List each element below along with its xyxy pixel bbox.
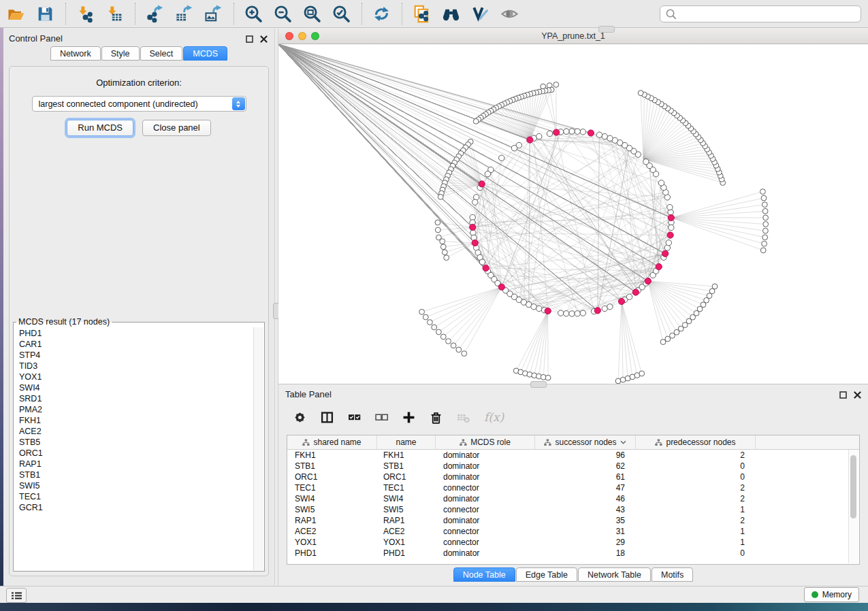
apply-layout-icon (372, 5, 391, 23)
network-canvas[interactable] (278, 44, 868, 384)
deselect-all-icon (375, 411, 388, 424)
splitter-handle[interactable] (598, 26, 615, 33)
tab-network-table[interactable]: Network Table (578, 567, 651, 582)
mcds-node-item[interactable]: PHD1 (14, 328, 253, 339)
mcds-node-item[interactable]: GCR1 (14, 502, 253, 513)
tab-mcds[interactable]: MCDS (183, 46, 227, 61)
mcds-node-item[interactable]: PMA2 (14, 404, 253, 415)
delete-table-icon (457, 411, 470, 424)
mcds-node-item[interactable]: SWI4 (14, 382, 253, 393)
graphics-details-button[interactable] (499, 3, 520, 24)
add-row-button[interactable] (402, 411, 415, 424)
mcds-node-item[interactable]: FKH1 (14, 415, 253, 426)
mcds-node-item[interactable]: CAR1 (14, 339, 253, 350)
column-header-successor-nodes[interactable]: successor nodes (535, 435, 636, 449)
tab-node-table[interactable]: Node Table (453, 567, 515, 582)
table-row[interactable]: SWI5 SWI5 connector 43 1 (287, 504, 859, 515)
mcds-node-item[interactable]: ORC1 (14, 448, 253, 459)
graphics-details-icon (500, 5, 519, 23)
column-header-MCDS-role[interactable]: MCDS role (436, 435, 535, 449)
search-input[interactable] (677, 10, 861, 19)
optimization-criterion-select[interactable]: largest connected component (undirected) (32, 96, 246, 112)
memory-button[interactable]: Memory (804, 587, 859, 602)
import-network-button[interactable] (75, 3, 96, 24)
export-table-icon (175, 5, 193, 23)
zoom-selected-icon (332, 5, 351, 23)
float-panel-icon[interactable] (839, 389, 847, 401)
main-toolbar (0, 0, 868, 28)
dominator-node (470, 224, 476, 230)
vizmapper-button[interactable] (470, 3, 491, 24)
tab-motifs[interactable]: Motifs (652, 567, 693, 582)
zoom-out-button[interactable] (272, 3, 293, 24)
scrollbar-thumb[interactable] (850, 455, 856, 518)
column-header-predecessor-nodes[interactable]: predecessor nodes (636, 435, 756, 449)
zoom-in-button[interactable] (243, 3, 264, 24)
float-panel-icon[interactable] (246, 33, 253, 46)
table-row[interactable]: SWI4 SWI4 dominator 46 2 (287, 493, 859, 504)
mcds-node-item[interactable]: ACE2 (14, 426, 253, 437)
tab-edge-table[interactable]: Edge Table (516, 567, 577, 582)
column-header-shared-name[interactable]: shared name (287, 435, 377, 449)
settings-gear-button[interactable] (293, 411, 306, 424)
task-history-button[interactable] (6, 588, 27, 603)
toolbar-separator (402, 3, 403, 24)
zoom-fit-button[interactable] (302, 3, 323, 24)
close-panel-button[interactable]: Close panel (142, 120, 211, 136)
mcds-node-item[interactable]: STP4 (14, 350, 253, 361)
network-graph[interactable] (278, 44, 868, 384)
mcds-node-item[interactable]: STB1 (14, 469, 253, 480)
tab-select[interactable]: Select (140, 46, 183, 61)
delete-row-button[interactable] (430, 411, 443, 424)
mcds-node-item[interactable]: YOX1 (14, 371, 253, 382)
table-row[interactable]: RAP1 RAP1 dominator 35 2 (287, 515, 859, 526)
mcds-node-item[interactable]: SRD1 (14, 393, 253, 404)
table-row[interactable]: ACE2 ACE2 connector 31 1 (287, 526, 859, 537)
save-session-icon (36, 5, 54, 23)
column-header-name[interactable]: name (377, 435, 436, 449)
mcds-result-list[interactable]: PHD1CAR1STP4TID3YOX1SWI4SRD1PMA2FKH1ACE2… (14, 328, 253, 570)
export-table-button[interactable] (174, 3, 195, 24)
mcds-node-item[interactable]: TID3 (14, 361, 253, 371)
show-columns-button[interactable] (321, 411, 334, 424)
table-scrollbar[interactable] (848, 450, 858, 563)
minimize-window-icon[interactable] (298, 32, 306, 40)
table-row[interactable]: TEC1 TEC1 connector 47 2 (287, 482, 859, 493)
clone-network-button[interactable] (411, 3, 432, 24)
select-all-button[interactable] (348, 411, 361, 424)
search-box[interactable] (660, 5, 861, 22)
import-table-button[interactable] (104, 3, 125, 24)
table-row[interactable]: YOX1 YOX1 connector 29 1 (287, 537, 859, 548)
close-panel-icon[interactable] (854, 389, 861, 401)
open-session-button[interactable] (5, 3, 27, 24)
select-all-icon (348, 411, 361, 424)
tab-style[interactable]: Style (101, 46, 140, 61)
mcds-node-item[interactable]: STB5 (14, 437, 253, 448)
close-panel-icon[interactable] (260, 33, 268, 46)
export-image-button[interactable] (203, 3, 224, 24)
table-row[interactable]: ORC1 ORC1 dominator 61 0 (287, 472, 859, 482)
maximize-window-icon[interactable] (311, 32, 319, 40)
mcds-node-item[interactable]: RAP1 (14, 459, 253, 469)
network-view-window: YPA_prune.txt_1 (278, 29, 868, 384)
open-session-icon (7, 5, 25, 23)
mcds-list-scrollbar[interactable] (253, 327, 263, 570)
deselect-all-button[interactable] (375, 411, 388, 424)
column-header-filler (756, 435, 859, 449)
close-window-icon[interactable] (285, 32, 293, 40)
table-row[interactable]: PHD1 PHD1 dominator 18 0 (287, 548, 859, 559)
export-network-button[interactable] (144, 3, 165, 24)
run-mcds-button[interactable]: Run MCDS (67, 120, 133, 136)
tab-network[interactable]: Network (50, 46, 101, 61)
mcds-result-box: MCDS result (17 nodes) PHD1CAR1STP4TID3Y… (13, 317, 265, 572)
save-session-button[interactable] (35, 3, 56, 24)
mcds-node-item[interactable]: SWI5 (14, 480, 253, 491)
node-table: shared namenameMCDS rolesuccessor nodesp… (287, 435, 860, 565)
apply-layout-button[interactable] (371, 3, 392, 24)
select-stepper-icon[interactable] (232, 97, 245, 110)
zoom-selected-button[interactable] (331, 3, 352, 24)
table-row[interactable]: FKH1 FKH1 dominator 96 2 (287, 450, 859, 461)
table-row[interactable]: STB1 STB1 dominator 62 0 (287, 461, 859, 472)
mcds-node-item[interactable]: TEC1 (14, 491, 253, 502)
first-neighbors-button[interactable] (440, 3, 462, 24)
